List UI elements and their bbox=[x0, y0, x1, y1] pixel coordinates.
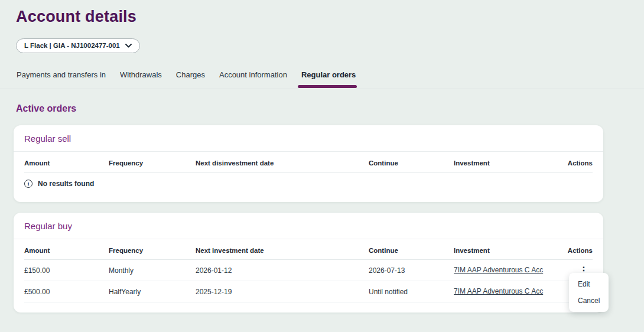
cell-amount: £150.00 bbox=[24, 266, 109, 275]
cell-frequency: HalfYearly bbox=[109, 288, 196, 296]
actions-dropdown-menu: Edit Cancel bbox=[569, 273, 609, 312]
regular-buy-card: Regular buy Amount Frequency Next invest… bbox=[14, 213, 603, 313]
column-header-frequency: Frequency bbox=[109, 239, 196, 259]
regular-sell-title: Regular sell bbox=[14, 125, 603, 152]
cell-next-investment-date: 2026-01-12 bbox=[196, 266, 369, 275]
column-header-actions: Actions bbox=[560, 239, 593, 259]
page-title: Account details bbox=[0, 0, 644, 26]
column-header-amount: Amount bbox=[24, 152, 109, 172]
tab-charges[interactable]: Charges bbox=[176, 66, 205, 89]
card-bottom-spacer bbox=[24, 302, 593, 313]
regular-sell-header-row: Amount Frequency Next disinvestment date… bbox=[24, 152, 593, 172]
section-heading-active-orders: Active orders bbox=[16, 103, 644, 114]
cell-investment: 7IM AAP Adventurous C Acc bbox=[454, 287, 560, 296]
cell-continue: 2026-07-13 bbox=[369, 266, 454, 275]
column-header-amount: Amount bbox=[24, 239, 109, 259]
investment-link[interactable]: 7IM AAP Adventurous C Acc bbox=[454, 287, 544, 296]
column-header-frequency: Frequency bbox=[109, 152, 196, 172]
regular-buy-table: Amount Frequency Next investment date Co… bbox=[14, 239, 603, 313]
tab-payments-and-transfers-in[interactable]: Payments and transfers in bbox=[17, 66, 106, 89]
cell-investment: 7IM AAP Adventurous C Acc bbox=[454, 265, 560, 275]
cell-frequency: Monthly bbox=[109, 266, 196, 275]
tab-withdrawals[interactable]: Withdrawals bbox=[120, 66, 162, 89]
chevron-down-icon bbox=[125, 44, 132, 48]
regular-sell-card: Regular sell Amount Frequency Next disin… bbox=[14, 125, 603, 202]
column-header-actions: Actions bbox=[560, 152, 593, 172]
account-selector-value: L Flack | GIA - NJ1002477-001 bbox=[24, 42, 120, 49]
tab-label: Charges bbox=[176, 70, 205, 79]
no-results-text: No results found bbox=[38, 180, 94, 188]
menu-item-edit[interactable]: Edit bbox=[578, 280, 609, 288]
tab-label: Account information bbox=[219, 70, 287, 79]
regular-sell-table: Amount Frequency Next disinvestment date… bbox=[14, 152, 603, 202]
column-header-investment: Investment bbox=[454, 152, 560, 172]
column-header-next-disinvestment-date: Next disinvestment date bbox=[196, 152, 369, 172]
tab-regular-orders[interactable]: Regular orders bbox=[301, 66, 356, 89]
cell-next-investment-date: 2025-12-19 bbox=[196, 288, 369, 296]
menu-item-cancel[interactable]: Cancel bbox=[578, 297, 609, 305]
tab-label: Payments and transfers in bbox=[17, 70, 106, 79]
table-row: £150.00 Monthly 2026-01-12 2026-07-13 7I… bbox=[24, 260, 593, 281]
cell-continue: Until notified bbox=[369, 288, 454, 296]
column-header-investment: Investment bbox=[454, 239, 560, 259]
column-header-continue: Continue bbox=[369, 152, 454, 172]
cell-amount: £500.00 bbox=[24, 288, 109, 296]
tab-label: Regular orders bbox=[301, 70, 356, 79]
column-header-continue: Continue bbox=[369, 239, 454, 259]
tab-account-information[interactable]: Account information bbox=[219, 66, 287, 89]
investment-link[interactable]: 7IM AAP Adventurous C Acc bbox=[454, 265, 544, 275]
tab-bar: Payments and transfers in Withdrawals Ch… bbox=[0, 66, 644, 89]
column-header-next-investment-date: Next investment date bbox=[196, 239, 369, 259]
tab-label: Withdrawals bbox=[120, 70, 162, 79]
table-row: £500.00 HalfYearly 2025-12-19 Until noti… bbox=[24, 281, 593, 302]
info-icon: i bbox=[24, 180, 32, 188]
account-selector-dropdown[interactable]: L Flack | GIA - NJ1002477-001 bbox=[16, 38, 140, 53]
no-results-row: i No results found bbox=[24, 172, 593, 202]
regular-buy-title: Regular buy bbox=[14, 213, 603, 239]
regular-buy-header-row: Amount Frequency Next investment date Co… bbox=[24, 239, 593, 260]
active-tab-indicator bbox=[298, 85, 357, 88]
